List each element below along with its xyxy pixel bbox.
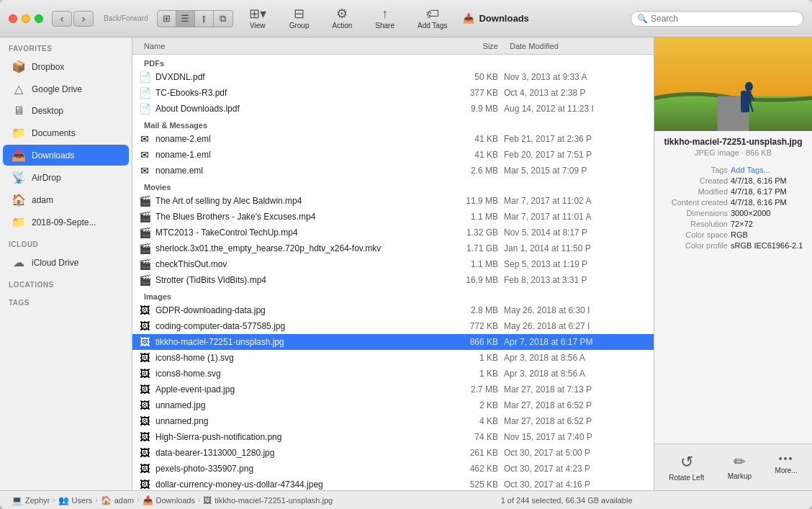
meta-tags-value[interactable]: Add Tags... bbox=[731, 166, 803, 174]
file-row[interactable]: 🎬 sherlock.3x01.the_empty_hearse.720p_hd… bbox=[132, 240, 654, 256]
sidebar-item-dropbox[interactable]: 📦 Dropbox bbox=[3, 56, 129, 77]
add-tags-button[interactable]: 🏷 Add Tags bbox=[410, 4, 455, 32]
file-date: May 26, 2018 at 6:30 I bbox=[504, 305, 648, 315]
sidebar-item-icloud-drive[interactable]: ☁ iCloud Drive bbox=[3, 252, 129, 273]
folder-icon: 📁 bbox=[12, 215, 26, 229]
group-movies: Movies bbox=[132, 179, 654, 193]
file-row[interactable]: 🖼 GDPR-downloading-data.jpg 2.8 MB May 2… bbox=[132, 302, 654, 318]
file-icon: 🎬 bbox=[138, 242, 151, 255]
tags-header: Tags bbox=[0, 292, 132, 310]
action-button[interactable]: ⚙ Action bbox=[325, 4, 359, 32]
file-date: Oct 30, 2017 at 4:23 P bbox=[504, 464, 648, 474]
file-date: Nov 3, 2013 at 9:33 A bbox=[504, 72, 648, 82]
sidebar-item-adam[interactable]: 🏠 adam bbox=[3, 189, 129, 210]
back-button[interactable]: ‹ bbox=[52, 11, 72, 27]
view-options-button[interactable]: ⊞▾ View bbox=[242, 4, 274, 32]
view-column-btn[interactable]: ⫿ bbox=[195, 11, 214, 27]
file-date: Oct 30, 2017 at 4:16 P bbox=[504, 479, 648, 490]
search-input[interactable] bbox=[651, 14, 797, 24]
view-list-btn[interactable]: ☰ bbox=[176, 11, 195, 27]
file-row[interactable]: 🖼 unnamed.jpg 2 KB Mar 27, 2018 at 6:52 … bbox=[132, 397, 654, 413]
sidebar-item-airdrop[interactable]: 📡 AirDrop bbox=[3, 167, 129, 188]
meta-content-created-key: Content created bbox=[663, 198, 728, 207]
sidebar-item-documents[interactable]: 📁 Documents bbox=[3, 122, 129, 143]
file-name: icons8-home (1).svg bbox=[155, 353, 439, 363]
meta-resolution-value: 72×72 bbox=[731, 220, 803, 228]
file-row[interactable]: 🖼 High-Sierra-push-notification.png 74 K… bbox=[132, 429, 654, 445]
file-name: Strotter (TidBits VidBits).mp4 bbox=[155, 275, 439, 285]
maximize-button[interactable] bbox=[35, 14, 43, 23]
file-row[interactable]: 🎬 Strotter (TidBits VidBits).mp4 16.9 MB… bbox=[132, 272, 654, 288]
file-row[interactable]: 📄 About Downloads.lpdf 9.9 MB Aug 14, 20… bbox=[132, 101, 654, 117]
markup-icon: ✏ bbox=[734, 453, 746, 470]
users-icon: 👥 bbox=[58, 495, 69, 505]
documents-icon: 📁 bbox=[12, 126, 26, 140]
col-name-header[interactable]: Name bbox=[138, 37, 439, 54]
file-row[interactable]: 🖼 Apple-event-ipad.jpg 2.7 MB Mar 27, 20… bbox=[132, 382, 654, 397]
file-row[interactable]: 🎬 checkThisOut.mov 1.1 MB Sep 5, 2013 at… bbox=[132, 256, 654, 272]
sidebar-item-2018-sept[interactable]: 📁 2018-09-Septe... bbox=[3, 212, 129, 233]
file-date: Mar 27, 2018 at 6:52 P bbox=[504, 416, 648, 426]
group-mail: Mail & Messages bbox=[132, 117, 654, 131]
file-icon: 🎬 bbox=[138, 274, 151, 287]
file-row[interactable]: 🖼 pexels-photo-335907.png 462 KB Oct 30,… bbox=[132, 461, 654, 477]
file-icon: 🖼 bbox=[138, 431, 151, 443]
file-name: icons8-home.svg bbox=[155, 369, 439, 379]
file-row[interactable]: 🖼 coding-computer-data-577585.jpg 772 KB… bbox=[132, 318, 654, 334]
file-name: unnamed.jpg bbox=[155, 400, 439, 410]
view-icon-btn[interactable]: ⊞ bbox=[158, 11, 176, 27]
file-row[interactable]: 🖼 data-bearer-1313000_1280.jpg 261 KB Oc… bbox=[132, 445, 654, 461]
sidebar-item-desktop[interactable]: 🖥 Desktop bbox=[3, 101, 129, 121]
close-button[interactable] bbox=[9, 14, 17, 23]
file-row[interactable]: ✉ noname-1.eml 41 KB Feb 20, 2017 at 7:5… bbox=[132, 147, 654, 163]
file-row[interactable]: 📄 TC-Ebooks-R3.pdf 377 KB Oct 4, 2013 at… bbox=[132, 85, 654, 101]
view-buttons: ⊞ ☰ ⫿ ⧉ bbox=[157, 10, 233, 27]
file-row[interactable]: 🖼 icons8-home (1).svg 1 KB Apr 3, 2018 a… bbox=[132, 350, 654, 366]
file-row[interactable]: 🖼 dollar-currency-money-us-dollar-47344.… bbox=[132, 477, 654, 490]
col-size-header[interactable]: Size bbox=[439, 37, 504, 54]
markup-button[interactable]: ✏ Markup bbox=[722, 450, 757, 485]
share-button[interactable]: ↑ Share bbox=[368, 4, 402, 32]
file-row-selected[interactable]: 🖼 tikkho-maciel-72251-unsplash.jpg 866 K… bbox=[132, 334, 654, 350]
rotate-left-button[interactable]: ↺ Rotate Left bbox=[663, 450, 710, 485]
forward-button[interactable]: › bbox=[73, 11, 94, 27]
file-row[interactable]: 🎬 MTC2013 - TakeControl TechUp.mp4 1.32 … bbox=[132, 225, 654, 240]
locations-header: Locations bbox=[0, 274, 132, 292]
rotate-left-label: Rotate Left bbox=[669, 474, 704, 482]
file-name: noname-1.eml bbox=[155, 150, 439, 160]
downloads-path-icon: 📥 bbox=[143, 495, 153, 505]
more-button[interactable]: ••• More... bbox=[770, 450, 803, 485]
file-row[interactable]: 🎬 The Blues Brothers - Jake's Excuses.mp… bbox=[132, 209, 654, 225]
svg-point-3 bbox=[745, 82, 753, 91]
search-box[interactable]: 🔍 bbox=[631, 11, 803, 27]
nav-buttons: ‹ › bbox=[52, 11, 94, 27]
more-label: More... bbox=[775, 467, 798, 474]
path-label: tikkho-maciel-72251-unsplash.jpg bbox=[215, 496, 333, 505]
meta-dimensions-value: 3000×2000 bbox=[731, 209, 803, 217]
sidebar-item-google-drive[interactable]: △ Google Drive bbox=[3, 78, 129, 99]
file-row[interactable]: 🎬 The Art of selling by Alec Baldwin.mp4… bbox=[132, 193, 654, 209]
group-button[interactable]: ⊟ Group bbox=[282, 4, 317, 32]
file-date: Mar 5, 2015 at 7:09 P bbox=[504, 166, 648, 176]
file-pane: Name Size Date Modified PDFs 📄 DVXDNL.pd… bbox=[132, 37, 654, 490]
action-icon: ⚙ bbox=[336, 7, 348, 20]
file-icon: 🎬 bbox=[138, 210, 151, 223]
file-date: Mar 7, 2017 at 11:01 A bbox=[504, 212, 648, 222]
file-row[interactable]: ✉ noname.eml 2.6 MB Mar 5, 2015 at 7:09 … bbox=[132, 163, 654, 179]
file-row[interactable]: 🖼 icons8-home.svg 1 KB Apr 3, 2018 at 8:… bbox=[132, 366, 654, 382]
view-cover-btn[interactable]: ⧉ bbox=[214, 11, 233, 27]
meta-created-value: 4/7/18, 6:16 PM bbox=[731, 176, 803, 185]
file-row[interactable]: 🖼 unnamed.png 4 KB Mar 27, 2018 at 6:52 … bbox=[132, 413, 654, 429]
minimize-button[interactable] bbox=[22, 14, 30, 23]
file-name: checkThisOut.mov bbox=[155, 259, 439, 269]
file-icon: 📄 bbox=[138, 102, 151, 115]
file-row[interactable]: ✉ noname-2.eml 41 KB Feb 21, 2017 at 2:3… bbox=[132, 131, 654, 147]
path-arrow: › bbox=[137, 496, 139, 504]
file-date: Nov 15, 2017 at 7:40 P bbox=[504, 432, 648, 442]
file-row[interactable]: 📄 DVXDNL.pdf 50 KB Nov 3, 2013 at 9:33 A bbox=[132, 69, 654, 85]
favorites-header: Favorites bbox=[0, 37, 132, 55]
meta-modified-row: Modified 4/7/18, 6:17 PM bbox=[663, 187, 803, 196]
file-size: 2 KB bbox=[439, 400, 504, 410]
sidebar-item-downloads[interactable]: 📥 Downloads bbox=[3, 145, 129, 166]
col-date-header[interactable]: Date Modified bbox=[504, 37, 648, 54]
